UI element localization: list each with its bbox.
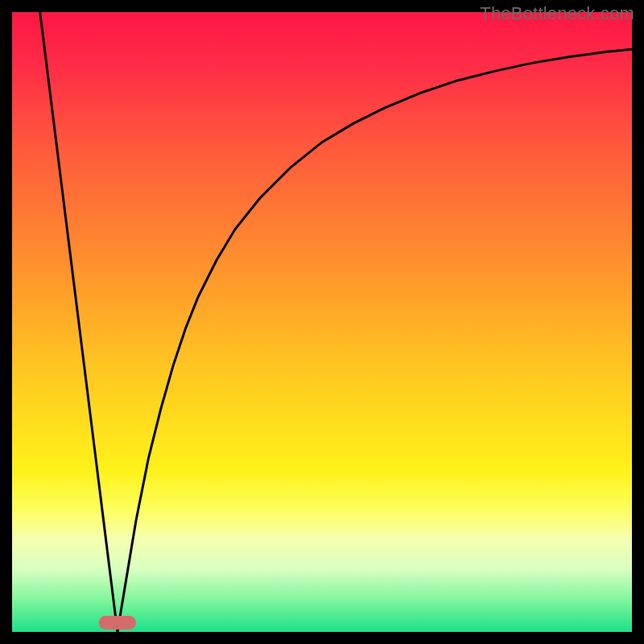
chart-svg [12, 12, 632, 632]
chart-frame [12, 12, 632, 632]
optimum-marker [99, 616, 136, 630]
watermark-text: TheBottleneck.com [480, 3, 634, 24]
